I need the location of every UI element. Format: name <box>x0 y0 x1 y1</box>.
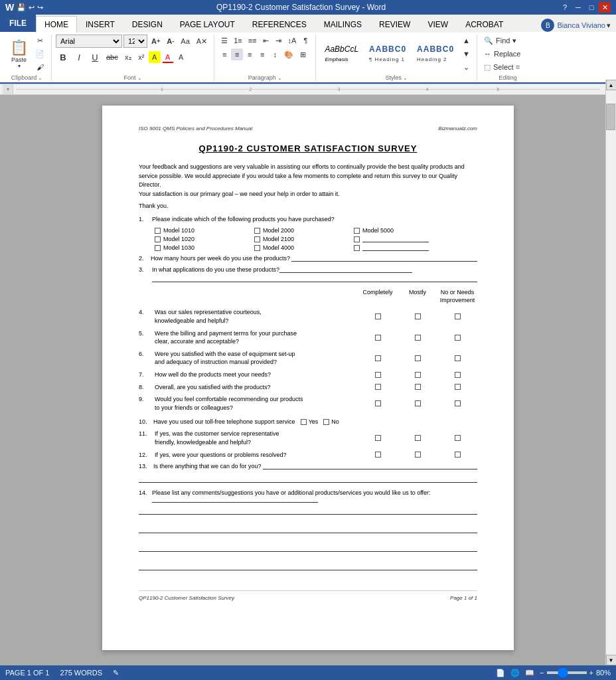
quick-access-redo[interactable]: ↪ <box>37 3 43 12</box>
cb-blank2[interactable] <box>354 245 360 251</box>
font-name-select[interactable]: Arial <box>56 35 122 48</box>
cb-no[interactable] <box>323 419 329 425</box>
tab-page-layout[interactable]: PAGE LAYOUT <box>171 16 244 33</box>
q4-cb-mostly[interactable] <box>398 313 437 319</box>
q5-cb-mostly[interactable] <box>398 335 437 341</box>
align-right-button[interactable]: ≡ <box>244 48 256 60</box>
q4-cb-completely[interactable] <box>358 313 398 319</box>
scroll-up-button[interactable]: ▲ <box>606 80 617 90</box>
select-button[interactable]: ⬚ Select = <box>481 61 534 73</box>
zoom-level[interactable]: 80% <box>596 669 611 677</box>
align-center-button[interactable]: ≡ <box>231 48 243 60</box>
q11-cb-completely[interactable] <box>358 435 398 441</box>
style-emphasis[interactable]: AaBbCcLEmphasis <box>320 42 363 65</box>
q13-fill-2[interactable] <box>139 476 477 483</box>
q11-cb-improvement[interactable] <box>437 435 477 441</box>
superscript-button[interactable]: x² <box>135 51 147 63</box>
cb-blank1[interactable] <box>354 236 360 242</box>
q8-cb-improvement[interactable] <box>437 384 477 390</box>
q8-cb-completely[interactable] <box>358 384 398 390</box>
cb-model1020[interactable] <box>155 236 161 242</box>
cb-model1010[interactable] <box>155 228 161 234</box>
change-case-button[interactable]: Aa <box>178 35 192 47</box>
tab-home[interactable]: HOME <box>36 16 77 33</box>
q13-fill[interactable] <box>263 463 477 469</box>
styles-expand[interactable]: ⌄ <box>460 61 473 73</box>
copy-button[interactable]: 📄 <box>33 48 47 60</box>
paste-dropdown-icon[interactable]: ▾ <box>18 63 21 69</box>
numbering-button[interactable]: 1≡ <box>231 35 245 46</box>
scrollbar[interactable]: ▲ ▼ <box>605 80 616 665</box>
clipboard-dialog-icon[interactable]: ⌄ <box>38 75 42 81</box>
q11-cb-mostly[interactable] <box>398 435 437 441</box>
tab-insert[interactable]: INSERT <box>77 16 123 33</box>
q9-cb-improvement[interactable] <box>437 400 477 406</box>
styles-scroll-down[interactable]: ▼ <box>460 48 473 60</box>
blank-field-2[interactable] <box>362 244 429 251</box>
q7-cb-completely[interactable] <box>358 372 398 378</box>
font-dialog-icon[interactable]: ⌄ <box>137 75 142 81</box>
justify-button[interactable]: ≡ <box>256 48 268 60</box>
q12-cb-improvement[interactable] <box>437 452 477 458</box>
q7-cb-improvement[interactable] <box>437 372 477 378</box>
text-effects-button[interactable]: A <box>175 51 187 63</box>
q6-cb-improvement[interactable] <box>437 355 477 361</box>
user-dropdown-icon[interactable]: ▾ <box>607 21 611 30</box>
q14-line-1[interactable] <box>139 508 477 515</box>
line-spacing-button[interactable]: ↕ <box>269 48 281 60</box>
underline-button[interactable]: U <box>88 50 102 64</box>
q8-cb-mostly[interactable] <box>398 384 437 390</box>
cb-yes[interactable] <box>301 419 307 425</box>
cb-model5000[interactable] <box>354 228 360 234</box>
tab-mailings[interactable]: MAILINGS <box>315 16 370 33</box>
bold-button[interactable]: B <box>56 50 70 64</box>
shading-button[interactable]: 🎨 <box>281 48 296 60</box>
q14-line-2[interactable] <box>139 527 477 533</box>
increase-font-button[interactable]: A+ <box>149 35 163 47</box>
find-dropdown[interactable]: ▾ <box>512 37 516 45</box>
strikethrough-button[interactable]: abc <box>104 51 121 63</box>
q5-cb-completely[interactable] <box>358 335 398 341</box>
style-heading2[interactable]: AABBC0Heading 2 <box>412 42 459 65</box>
maximize-button[interactable]: □ <box>585 2 597 13</box>
q14-line-4[interactable] <box>139 564 477 570</box>
q12-cb-mostly[interactable] <box>398 452 437 458</box>
q12-cb-completely[interactable] <box>358 452 398 458</box>
bullets-button[interactable]: ☰ <box>218 35 230 46</box>
tab-view[interactable]: VIEW <box>419 16 457 33</box>
increase-indent-button[interactable]: ⇥ <box>273 35 285 46</box>
q4-cb-improvement[interactable] <box>437 313 477 319</box>
cut-button[interactable]: ✂ <box>33 35 47 46</box>
paragraph-dialog-icon[interactable]: ⌄ <box>277 75 282 81</box>
italic-button[interactable]: I <box>72 50 86 64</box>
clear-format-button[interactable]: A✕ <box>194 35 210 47</box>
tab-references[interactable]: REFERENCES <box>244 16 315 33</box>
cb-model2100[interactable] <box>254 236 260 242</box>
find-button[interactable]: 🔍 Find ▾ <box>481 35 534 46</box>
scroll-down-button[interactable]: ▼ <box>606 655 617 665</box>
view-print-icon[interactable]: 📄 <box>496 669 505 677</box>
cb-model2000[interactable] <box>254 228 260 234</box>
help-button[interactable]: ? <box>559 2 571 13</box>
subscript-button[interactable]: x₂ <box>122 51 134 63</box>
tab-file[interactable]: FILE <box>0 15 36 32</box>
user-name[interactable]: Bianca Viviano <box>557 21 605 29</box>
close-button[interactable]: ✕ <box>599 2 611 13</box>
q5-cb-improvement[interactable] <box>437 335 477 341</box>
paste-button[interactable]: 📋 Paste ▾ <box>7 36 31 72</box>
borders-button[interactable]: ⊞ <box>297 48 309 60</box>
decrease-indent-button[interactable]: ⇤ <box>260 35 272 46</box>
edit-icon[interactable]: ✎ <box>113 669 119 677</box>
q6-cb-completely[interactable] <box>358 355 398 361</box>
q14-line-3[interactable] <box>139 545 477 552</box>
blank-field-1[interactable] <box>362 236 429 242</box>
view-read-icon[interactable]: 📖 <box>525 669 534 677</box>
text-highlight-button[interactable]: A <box>149 51 161 63</box>
zoom-in-button[interactable]: + <box>589 669 593 677</box>
zoom-slider[interactable] <box>547 671 587 674</box>
q6-cb-mostly[interactable] <box>398 355 437 361</box>
align-left-button[interactable]: ≡ <box>218 48 230 60</box>
styles-dialog-icon[interactable]: ⌄ <box>403 75 408 81</box>
sort-button[interactable]: ↕A <box>285 35 299 46</box>
tab-design[interactable]: DESIGN <box>123 16 171 33</box>
